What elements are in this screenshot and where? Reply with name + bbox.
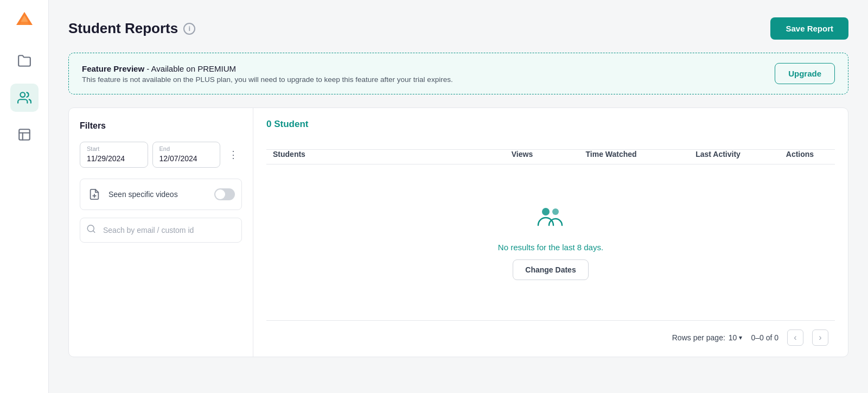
feature-preview-banner: Feature Preview - Available on PREMIUM T…	[68, 53, 848, 94]
end-date-field[interactable]: End 12/07/2024	[152, 142, 221, 168]
col-views	[380, 138, 494, 150]
rows-per-page-select[interactable]: 10 ▾	[729, 333, 743, 342]
change-dates-button[interactable]: Change Dates	[513, 259, 588, 280]
search-field-wrapper	[80, 218, 242, 243]
col-label-actions: Actions	[771, 150, 828, 159]
end-date-label: End	[159, 145, 170, 152]
empty-message: No results for the last 8 days.	[498, 243, 603, 252]
sidebar-item-folder[interactable]	[10, 47, 39, 75]
filters-panel: Filters Start 11/29/2024 End 12/07/2024 …	[69, 108, 253, 357]
seen-videos-label: Seen specific videos	[108, 190, 208, 199]
date-more-button[interactable]: ⋮	[225, 146, 242, 163]
main-content: Student Reports i Save Report Feature Pr…	[49, 0, 868, 393]
col-label-views: Views	[487, 150, 558, 159]
rows-per-page-label: Rows per page:	[672, 333, 725, 342]
page-title-area: Student Reports i	[68, 20, 195, 37]
seen-videos-toggle[interactable]	[214, 188, 235, 200]
svg-line-6	[93, 231, 94, 232]
data-table	[266, 138, 835, 150]
search-user-icon	[86, 224, 96, 237]
banner-text: Feature Preview - Available on PREMIUM T…	[82, 64, 453, 84]
sidebar-item-students[interactable]	[10, 84, 39, 112]
sidebar-item-reports[interactable]	[10, 121, 39, 149]
svg-point-1	[20, 92, 25, 97]
pagination-next-button[interactable]: ›	[812, 329, 828, 346]
content-area: Filters Start 11/29/2024 End 12/07/2024 …	[68, 107, 848, 357]
search-input[interactable]	[80, 218, 242, 243]
col-label-time-watched: Time Watched	[558, 150, 665, 159]
table-header-row	[266, 138, 835, 150]
filters-title: Filters	[80, 121, 242, 131]
end-date-value: 12/07/2024	[159, 154, 214, 163]
start-date-label: Start	[87, 145, 99, 152]
pagination-info: 0–0 of 0	[751, 333, 778, 342]
chevron-down-icon: ▾	[739, 334, 742, 341]
start-date-field[interactable]: Start 11/29/2024	[80, 142, 148, 168]
student-count: 0 Student	[266, 119, 835, 130]
rows-per-page: Rows per page: 10 ▾	[672, 333, 743, 342]
start-date-value: 11/29/2024	[87, 154, 141, 163]
video-filter-icon	[87, 187, 102, 202]
col-last-activity	[608, 138, 722, 150]
page-header: Student Reports i Save Report	[68, 17, 848, 40]
date-range-row: Start 11/29/2024 End 12/07/2024 ⋮	[80, 142, 242, 168]
empty-state: No results for the last 8 days. Change D…	[266, 164, 835, 320]
svg-point-7	[542, 208, 550, 215]
info-icon[interactable]: i	[183, 23, 195, 35]
table-columns-row: Students Views Time Watched Last Activit…	[266, 150, 835, 164]
col-label-last-activity: Last Activity	[665, 150, 771, 159]
sidebar	[0, 0, 49, 393]
page-title: Student Reports	[68, 20, 178, 37]
banner-subtitle: This feature is not available on the PLU…	[82, 75, 453, 84]
upgrade-button[interactable]: Upgrade	[775, 63, 835, 84]
app-logo[interactable]	[13, 9, 36, 34]
svg-point-8	[552, 208, 559, 215]
col-students	[266, 138, 380, 150]
seen-specific-videos-filter: Seen specific videos	[80, 179, 242, 210]
pagination-prev-button[interactable]: ‹	[787, 329, 803, 346]
svg-rect-2	[19, 129, 30, 140]
pagination-row: Rows per page: 10 ▾ 0–0 of 0 ‹ ›	[266, 320, 835, 346]
col-time-watched	[494, 138, 608, 150]
table-panel: 0 Student Students Views Time Watc	[253, 108, 848, 357]
save-report-button[interactable]: Save Report	[770, 17, 848, 40]
col-actions	[721, 138, 835, 150]
empty-students-icon	[535, 205, 566, 233]
banner-title: Feature Preview - Available on PREMIUM	[82, 64, 453, 73]
col-label-students: Students	[273, 150, 487, 159]
